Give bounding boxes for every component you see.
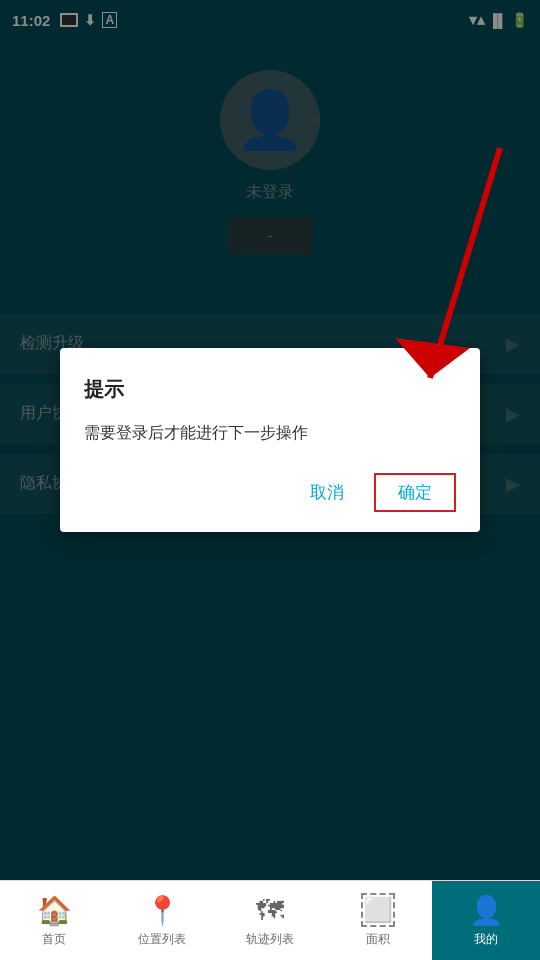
dialog-message: 需要登录后才能进行下一步操作	[84, 421, 456, 445]
nav-area[interactable]: ⬜ 面积	[324, 881, 432, 960]
dialog: 提示 需要登录后才能进行下一步操作 取消 确定	[60, 348, 480, 532]
nav-area-label: 面积	[366, 931, 390, 948]
confirm-button[interactable]: 确定	[374, 473, 456, 512]
cancel-button[interactable]: 取消	[300, 473, 354, 512]
nav-home[interactable]: 🏠 首页	[0, 881, 108, 960]
nav-mine-label: 我的	[474, 931, 498, 948]
svg-line-0	[430, 148, 500, 378]
nav-location-list[interactable]: 📍 位置列表	[108, 881, 216, 960]
area-icon: ⬜	[361, 893, 395, 927]
nav-track-label: 轨迹列表	[246, 931, 294, 948]
dialog-overlay: 提示 需要登录后才能进行下一步操作 取消 确定	[0, 0, 540, 880]
red-arrow-annotation	[340, 138, 540, 458]
nav-location-label: 位置列表	[138, 931, 186, 948]
home-icon: 🏠	[37, 894, 72, 927]
svg-marker-1	[395, 338, 470, 378]
track-icon: 🗺	[256, 894, 284, 927]
nav-mine[interactable]: 👤 我的	[432, 881, 540, 960]
bottom-nav: 🏠 首页 📍 位置列表 🗺 轨迹列表 ⬜ 面积 👤 我的	[0, 880, 540, 960]
location-icon: 📍	[145, 894, 180, 927]
nav-home-label: 首页	[42, 931, 66, 948]
nav-track-list[interactable]: 🗺 轨迹列表	[216, 881, 324, 960]
mine-icon: 👤	[469, 894, 504, 927]
dialog-buttons: 取消 确定	[84, 473, 456, 512]
dialog-title: 提示	[84, 376, 456, 403]
